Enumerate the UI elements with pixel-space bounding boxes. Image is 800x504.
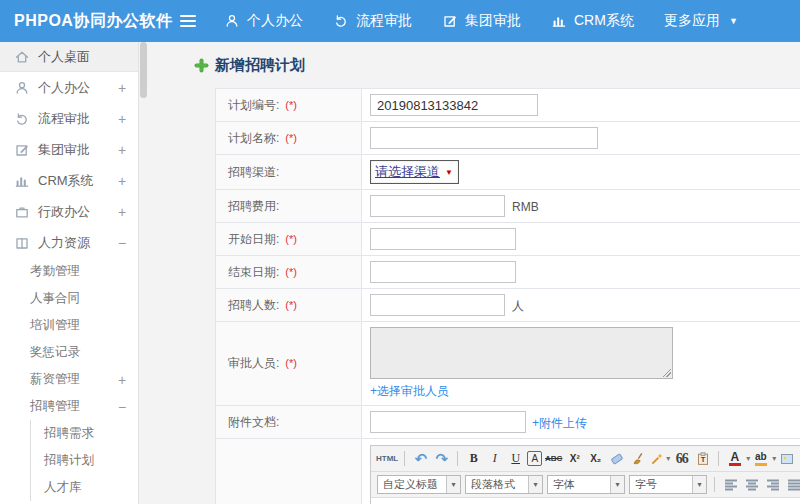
sidebar-item-recruit-demand[interactable]: 招聘需求 (31, 420, 138, 447)
editor-toolbar-row2: 自定义标题▾ 段落格式▾ 字体▾ 字号▾ (371, 472, 800, 498)
sidebar-item-salary[interactable]: 薪资管理 + (0, 366, 138, 393)
strikethrough-button[interactable]: ABC (544, 449, 563, 469)
main-content: 新增招聘计划 计划编号:(*) 计划名称:(*) 招聘渠道: 请选择渠道 ▼ (148, 42, 800, 504)
chart-icon (551, 13, 567, 29)
table-row: 审批人员:(*) +选择审批人员 (216, 322, 800, 406)
italic-button[interactable]: I (485, 449, 504, 469)
user-icon (14, 80, 30, 96)
expand-icon[interactable]: + (116, 173, 128, 189)
sidebar-scrollbar[interactable] (138, 42, 148, 504)
font-color-button[interactable]: A (725, 449, 744, 469)
select-caret-icon: ▼ (445, 168, 453, 177)
nav-group-approval[interactable]: 集团审批 (442, 12, 521, 30)
sidebar-item-attendance[interactable]: 考勤管理 (0, 258, 138, 285)
editor-content-area[interactable] (371, 498, 800, 504)
subscript-button[interactable]: X₂ (586, 449, 605, 469)
required-marker: (*) (285, 233, 297, 245)
align-justify-icon[interactable] (784, 475, 800, 495)
sidebar-item-talent-pool[interactable]: 人才库 (31, 474, 138, 501)
paste-icon[interactable] (693, 449, 712, 469)
sidebar-item-recruit-plan[interactable]: 招聘计划 (31, 447, 138, 474)
sidebar-item-recruitment[interactable]: 招聘管理 − (0, 393, 138, 420)
sidebar-item-human-resources[interactable]: 人力资源 − (0, 227, 138, 258)
eraser-icon[interactable] (607, 449, 626, 469)
field-label: 计划名称: (228, 131, 279, 145)
app-window: PHPOA协同办公软件 个人办公 流程审批 集团审批 CRM系统 更多应用 ▼ (0, 0, 800, 504)
align-right-icon[interactable] (763, 475, 782, 495)
attachment-input[interactable] (370, 411, 526, 433)
underline-button[interactable]: U (506, 449, 525, 469)
nav-personal-office[interactable]: 个人办公 (224, 12, 303, 30)
table-row: 招聘渠道: 请选择渠道 ▼ (216, 155, 800, 190)
required-marker: (*) (285, 266, 297, 278)
caret-down-icon[interactable]: ▾ (772, 454, 776, 463)
expand-icon[interactable]: + (116, 204, 128, 220)
magic-wand-icon[interactable]: ▾ (649, 449, 670, 469)
html-source-button[interactable]: HTML (376, 449, 398, 469)
page-title: 新增招聘计划 (195, 56, 800, 75)
field-label: 招聘费用: (228, 199, 279, 213)
sidebar-item-training[interactable]: 培训管理 (0, 312, 138, 339)
sidebar-item-crm-system[interactable]: CRM系统 + (0, 165, 138, 196)
plan-name-input[interactable] (370, 127, 598, 149)
approver-textarea[interactable] (370, 327, 673, 379)
highlight-color-button[interactable]: ab (751, 449, 770, 469)
expand-icon[interactable]: + (116, 372, 128, 388)
superscript-button[interactable]: X² (565, 449, 584, 469)
font-size-dropdown[interactable]: 字号▾ (629, 475, 707, 494)
text-style-button[interactable]: A (527, 451, 542, 466)
add-plus-icon (195, 59, 208, 72)
required-marker: (*) (285, 299, 297, 311)
app-logo: PHPOA协同办公软件 (0, 11, 178, 32)
sidebar-item-personal-office[interactable]: 个人办公 + (0, 72, 138, 103)
sidebar-item-workflow-approval[interactable]: 流程审批 + (0, 103, 138, 134)
collapse-icon[interactable]: − (116, 235, 128, 251)
align-left-icon[interactable] (721, 475, 740, 495)
table-row: HTML ↶ ↷ B I U A ABC X² X₂ (216, 439, 800, 504)
sidebar: 个人桌面 个人办公 + 流程审批 + 集团审批 + CRM系统 + (0, 42, 148, 504)
end-date-input[interactable] (370, 261, 516, 283)
edit-icon (14, 142, 30, 158)
book-icon (14, 235, 30, 251)
sidebar-item-group-approval[interactable]: 集团审批 + (0, 134, 138, 165)
sidebar-item-hr-contracts[interactable]: 人事合同 (0, 285, 138, 312)
custom-heading-dropdown[interactable]: 自定义标题▾ (377, 475, 461, 494)
bold-button[interactable]: B (464, 449, 483, 469)
sidebar-item-rewards[interactable]: 奖惩记录 (0, 339, 138, 366)
table-row: 附件文档: +附件上传 (216, 406, 800, 439)
channel-select[interactable]: 请选择渠道 ▼ (370, 160, 459, 184)
briefcase-icon (14, 204, 30, 220)
expand-icon[interactable]: + (116, 142, 128, 158)
start-date-input[interactable] (370, 228, 516, 250)
hr-submenu: 考勤管理 人事合同 培训管理 奖惩记录 薪资管理 + 招聘管理 − (0, 258, 138, 501)
align-center-icon[interactable] (742, 475, 761, 495)
headcount-input[interactable] (370, 294, 505, 316)
image-icon[interactable] (777, 449, 796, 469)
nav-more-apps[interactable]: 更多应用 ▼ (664, 12, 738, 30)
plan-number-input[interactable] (370, 94, 538, 116)
attachment-upload-link[interactable]: +附件上传 (532, 416, 587, 430)
expand-icon[interactable]: + (116, 111, 128, 127)
nav-workflow-approval[interactable]: 流程审批 (333, 12, 412, 30)
paragraph-format-dropdown[interactable]: 段落格式▾ (465, 475, 543, 494)
scrollbar-thumb[interactable] (140, 42, 147, 98)
menu-toggle-icon[interactable] (178, 14, 198, 28)
nav-crm-system[interactable]: CRM系统 (551, 12, 634, 30)
field-label: 计划编号: (228, 98, 279, 112)
sidebar-item-personal-desktop[interactable]: 个人桌面 (0, 42, 138, 72)
format-brush-icon[interactable] (628, 449, 647, 469)
font-family-dropdown[interactable]: 字体▾ (547, 475, 625, 494)
collapse-icon[interactable]: − (116, 399, 128, 415)
expand-icon[interactable]: + (116, 80, 128, 96)
redo-button[interactable]: ↷ (432, 449, 451, 469)
field-label: 开始日期: (228, 232, 279, 246)
select-approver-link[interactable]: +选择审批人员 (370, 384, 449, 398)
recruit-cost-input[interactable] (370, 195, 505, 217)
blockquote-button[interactable]: 66 (672, 449, 691, 469)
sidebar-item-admin-office[interactable]: 行政办公 + (0, 196, 138, 227)
rich-text-editor: HTML ↶ ↷ B I U A ABC X² X₂ (370, 445, 800, 504)
caret-down-icon[interactable]: ▾ (746, 454, 750, 463)
field-label: 结束日期: (228, 265, 279, 279)
undo-button[interactable]: ↶ (411, 449, 430, 469)
chart-icon (14, 173, 30, 189)
